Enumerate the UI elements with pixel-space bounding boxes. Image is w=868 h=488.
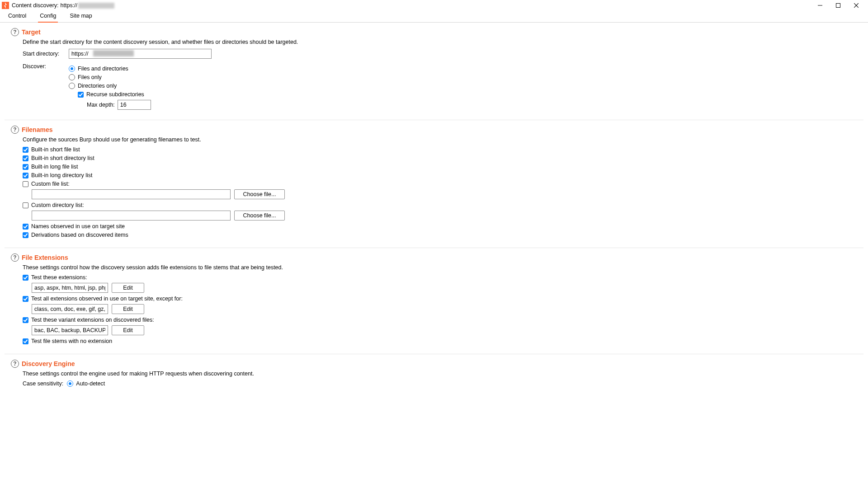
checkbox-label: Derivations based on discovered items (31, 232, 128, 238)
custom-dir-list-checkbox[interactable] (23, 202, 28, 208)
section-title: Discovery Engine (22, 360, 75, 367)
discover-files-only-radio[interactable] (69, 74, 75, 80)
window-title-prefix: Content discovery: (12, 2, 59, 9)
svg-rect-2 (836, 4, 840, 8)
test-all-except-input[interactable] (32, 304, 108, 314)
help-icon[interactable]: ? (11, 253, 19, 262)
section-description: These settings control the engine used f… (23, 371, 857, 377)
discover-option-label: Files and directories (78, 66, 128, 72)
maximize-button[interactable] (829, 0, 847, 11)
test-these-extensions-checkbox[interactable] (23, 275, 28, 281)
app-icon (2, 2, 9, 9)
test-these-edit-button[interactable]: Edit (112, 283, 144, 293)
test-variant-checkbox[interactable] (23, 317, 28, 323)
discover-files-and-directories-radio[interactable] (69, 66, 75, 72)
section-target: ? Target Define the start directory for … (5, 23, 863, 120)
section-description: Configure the sources Burp should use fo… (23, 136, 857, 143)
test-all-except-edit-button[interactable]: Edit (112, 304, 144, 314)
section-title: Target (22, 28, 41, 36)
tab-control[interactable]: Control (6, 11, 28, 23)
checkbox-label: Built-in short file list (31, 146, 80, 153)
svg-marker-0 (4, 2, 7, 9)
tab-sitemap[interactable]: Site map (68, 11, 94, 23)
discover-label: Discover: (23, 63, 65, 70)
close-button[interactable] (847, 0, 865, 11)
section-description: These settings control how the discovery… (23, 264, 857, 271)
tab-config[interactable]: Config (38, 11, 58, 23)
custom-file-list-checkbox[interactable] (23, 181, 28, 187)
start-directory-input[interactable] (69, 49, 212, 59)
builtin-long-dir-checkbox[interactable] (23, 173, 28, 178)
builtin-short-dir-checkbox[interactable] (23, 155, 28, 161)
checkbox-label: Custom directory list: (31, 202, 84, 208)
custom-dir-list-input[interactable] (32, 211, 231, 221)
tab-bar: Control Config Site map (0, 11, 868, 23)
test-variant-input[interactable] (32, 325, 108, 335)
names-observed-checkbox[interactable] (23, 224, 28, 230)
section-filenames: ? Filenames Configure the sources Burp s… (5, 120, 863, 248)
checkbox-label: Test file stems with no extension (31, 338, 112, 344)
titlebar: Content discovery: https:// (0, 0, 868, 11)
checkbox-label: Test these variant extensions on discove… (31, 317, 154, 323)
custom-dir-choose-button[interactable]: Choose file... (234, 211, 285, 221)
radio-label: Auto-detect (76, 380, 105, 387)
recurse-subdirectories-checkbox[interactable] (78, 92, 84, 98)
help-icon[interactable]: ? (11, 360, 19, 368)
checkbox-label: Test all extensions observed in use on t… (31, 296, 183, 302)
test-these-extensions-input[interactable] (32, 283, 108, 293)
section-discovery-engine: ? Discovery Engine These settings contro… (5, 354, 863, 397)
case-auto-detect-radio[interactable] (67, 380, 73, 387)
start-directory-label: Start directory: (23, 51, 65, 57)
checkbox-label: Names observed in use on target site (31, 223, 125, 230)
section-title: File Extensions (22, 254, 68, 261)
discover-directories-only-radio[interactable] (69, 83, 75, 89)
checkbox-label: Built-in short directory list (31, 155, 94, 161)
test-stems-noext-checkbox[interactable] (23, 338, 28, 344)
discover-option-label: Directories only (78, 83, 117, 89)
checkbox-label: Built-in long directory list (31, 172, 92, 178)
builtin-long-file-checkbox[interactable] (23, 164, 28, 170)
max-depth-input[interactable] (118, 100, 151, 110)
custom-file-choose-button[interactable]: Choose file... (234, 189, 285, 199)
recurse-label: Recurse subdirectories (86, 91, 144, 98)
checkbox-label: Custom file list: (31, 181, 70, 187)
content-pane: ? Target Define the start directory for … (0, 23, 868, 487)
test-variant-edit-button[interactable]: Edit (112, 325, 144, 335)
help-icon[interactable]: ? (11, 126, 19, 134)
max-depth-label: Max depth: (87, 102, 115, 108)
derivations-checkbox[interactable] (23, 232, 28, 238)
builtin-short-file-checkbox[interactable] (23, 147, 28, 153)
window-title-url: https:// (61, 2, 78, 9)
checkbox-label: Test these extensions: (31, 274, 87, 281)
help-icon[interactable]: ? (11, 28, 19, 36)
section-title: Filenames (22, 126, 52, 133)
case-sensitivity-label: Case sensitivity: (23, 380, 63, 387)
discover-option-label: Files only (78, 74, 102, 80)
checkbox-label: Built-in long file list (31, 164, 78, 170)
custom-file-list-input[interactable] (32, 189, 231, 199)
minimize-button[interactable] (811, 0, 829, 11)
section-description: Define the start directory for the conte… (23, 39, 857, 45)
test-all-except-checkbox[interactable] (23, 296, 28, 302)
section-file-extensions: ? File Extensions These settings control… (5, 248, 863, 354)
